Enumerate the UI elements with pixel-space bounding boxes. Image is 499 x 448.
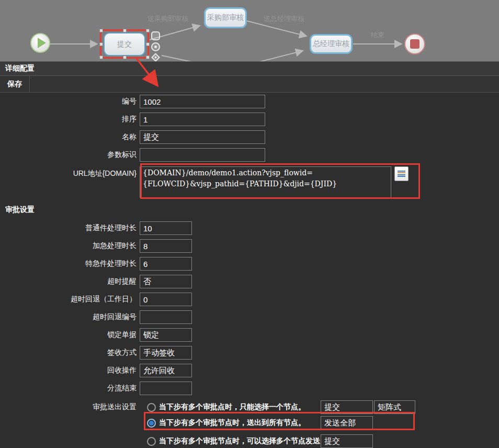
radio-single-node[interactable]	[147, 403, 156, 412]
form-row: 名称	[0, 128, 499, 146]
field-label-sort: 排序	[0, 115, 137, 124]
timeout-remind-input[interactable]	[140, 275, 192, 288]
field-label-normal-duration: 普通件处理时长	[0, 223, 137, 233]
node-manager-review-label: 总经理审核	[313, 39, 349, 49]
option-text-all-nodes: 当下步有多个审批节点时，送出到所有节点。	[159, 418, 305, 428]
option2-node-input[interactable]	[321, 416, 373, 430]
param-id-input[interactable]	[140, 148, 265, 162]
field-label-recycle-operation: 回收操作	[0, 366, 137, 375]
urgent-duration-input[interactable]	[140, 239, 192, 253]
name-input[interactable]	[140, 130, 265, 144]
lock-document-input[interactable]	[140, 328, 192, 342]
form-row: 超时回退（工作日）	[0, 290, 499, 308]
circle-node-icon[interactable]	[151, 42, 161, 52]
form-row: 普通件处理时长	[0, 219, 499, 237]
timeout-rollback-days-input[interactable]	[140, 293, 192, 306]
workflow-config-window: 送采购部审核 送总经理审核 结束 提交	[0, 0, 499, 448]
diamond-node-icon[interactable]	[151, 52, 161, 61]
option1-mode-input[interactable]	[374, 400, 415, 414]
start-node[interactable]	[30, 33, 50, 53]
end-node[interactable]	[404, 33, 425, 54]
edge-label-finish: 结束	[371, 30, 384, 40]
form-row: 分流结束	[0, 379, 499, 397]
field-label-extra-urgent-duration: 特急件处理时长	[0, 259, 137, 268]
send-option-row-2: 当下步有多个审批节点时，送出到所有节点。	[0, 415, 499, 431]
timeout-rollback-number-input[interactable]	[140, 310, 192, 324]
node-purchase-review-label: 采购部审核	[207, 13, 244, 23]
radio-multi-select[interactable]	[147, 437, 156, 446]
panel-title: 详细配置	[5, 64, 35, 73]
field-label-url: URL地址{DOMAIN}	[0, 164, 137, 200]
form-row: 超时提醒	[0, 273, 499, 290]
recycle-operation-input[interactable]	[140, 364, 192, 377]
field-label-timeout-remind: 超时提醒	[0, 277, 137, 286]
form-row: 回收操作	[0, 362, 499, 379]
field-label-send-settings: 审批送出设置	[0, 402, 137, 412]
form-row: 参数标识	[0, 146, 499, 164]
send-option-row-1: 审批送出设置 当下步有多个审批点时，只能选择一个节点。	[0, 399, 499, 415]
option-text-single-node: 当下步有多个审批点时，只能选择一个节点。	[159, 402, 305, 412]
form-row: 锁定单据	[0, 326, 499, 344]
field-label-param-id: 参数标识	[0, 150, 137, 160]
edge-label-to-purchase: 送采购部审核	[148, 14, 188, 24]
save-button[interactable]: 保存	[0, 76, 30, 92]
sign-method-input[interactable]	[140, 346, 192, 360]
radio-all-nodes[interactable]	[147, 419, 156, 428]
field-label-timeout-rollback-number: 超时回退编号	[0, 312, 137, 322]
stop-icon	[410, 39, 419, 49]
split-end-input[interactable]	[140, 382, 192, 395]
option3-node-input[interactable]	[321, 434, 373, 448]
normal-duration-input[interactable]	[140, 221, 192, 235]
node-submit[interactable]: 提交	[104, 32, 145, 56]
workflow-edges	[0, 0, 499, 61]
sort-input[interactable]	[140, 113, 265, 126]
form-row: 签收方式	[0, 344, 499, 362]
field-label-timeout-rollback-days: 超时回退（工作日）	[0, 295, 137, 304]
url-textarea[interactable]: {DOMAIN}/demo/demo1.action?vjsp_flowid={…	[140, 166, 391, 198]
rect-node-icon[interactable]	[151, 31, 161, 41]
field-label-lock-document: 锁定单据	[0, 330, 137, 340]
form-row: 加急处理时长	[0, 237, 499, 255]
form-row: 排序	[0, 110, 499, 128]
form-row: 超时回退编号	[0, 308, 499, 326]
url-row: URL地址{DOMAIN} {DOMAIN}/demo/demo1.action…	[0, 164, 499, 200]
send-option-row-3: 当下步有多个审批节点时，可以选择多个节点发送。	[0, 433, 499, 448]
node-purchase-review[interactable]: 采购部审核	[204, 7, 247, 28]
node-manager-review[interactable]: 总经理审核	[310, 34, 353, 54]
play-icon	[38, 38, 46, 48]
workflow-canvas[interactable]: 送采购部审核 送总经理审核 结束 提交	[0, 0, 499, 61]
field-label-number: 编号	[0, 97, 137, 106]
toolbar: 保存	[0, 76, 499, 93]
node-submit-label: 提交	[117, 40, 132, 49]
form-row: 编号	[0, 93, 499, 110]
option-text-multi-select: 当下步有多个审批节点时，可以选择多个节点发送。	[159, 436, 327, 446]
field-label-urgent-duration: 加急处理时长	[0, 241, 137, 251]
url-lookup-button[interactable]	[394, 166, 409, 181]
extra-urgent-duration-input[interactable]	[140, 257, 192, 271]
field-label-name: 名称	[0, 132, 137, 142]
option1-node-input[interactable]	[321, 400, 373, 414]
form-row: 特急件处理时长	[0, 255, 499, 273]
approval-section-title: 审批设置	[0, 200, 499, 219]
detail-config-titlebar: 详细配置	[0, 61, 499, 76]
field-label-sign-method: 签收方式	[0, 348, 137, 357]
field-label-split-end: 分流结束	[0, 384, 137, 393]
number-input[interactable]	[140, 95, 265, 108]
list-icon	[398, 170, 405, 178]
config-form: 编号 排序 名称 参数标识 URL地址{DOMAIN} {DOMAIN}/dem…	[0, 93, 499, 448]
edge-label-to-manager: 送总经理审核	[264, 14, 304, 24]
